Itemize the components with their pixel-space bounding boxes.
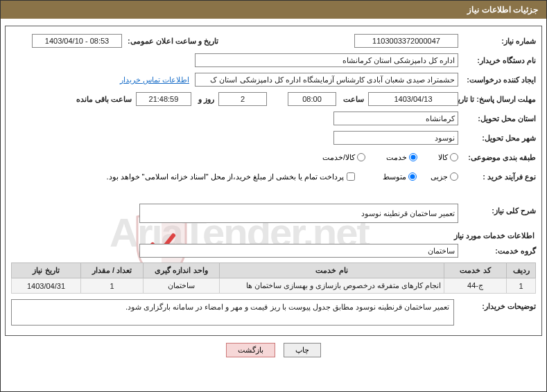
- th-qty: تعداد / مقدار: [81, 263, 144, 278]
- table-row: 1 ج-44 انجام کارهای متفرقه درخصوص بازساز…: [12, 278, 536, 294]
- buyer-notes-label: توضیحات خریدار:: [458, 299, 536, 311]
- cat-both-radio[interactable]: کالا/خدمت: [322, 153, 365, 162]
- org-name-field: اداره کل دامپزشکی استان کرمانشاه: [195, 53, 458, 67]
- back-button[interactable]: بازگشت: [226, 343, 275, 357]
- svc-section-title: اطلاعات خدمات مورد نیاز: [11, 227, 536, 243]
- treasury-checkbox[interactable]: پرداخت تمام یا بخشی از مبلغ خرید،از محل …: [106, 172, 355, 181]
- deadline-date-field: 1403/04/13: [368, 92, 458, 106]
- cat-service-label: خدمت: [386, 153, 407, 162]
- page-title: جزئیات اطلاعات نیاز: [467, 5, 538, 15]
- org-name-label: نام دستگاه خریدار:: [458, 56, 536, 65]
- th-unit: واحد اندازه گیری: [144, 263, 220, 278]
- deadline-label: مهلت ارسال پاسخ: تا تاریخ:: [458, 95, 536, 104]
- cat-both-label: کالا/خدمت: [322, 153, 355, 162]
- city-label: شهر محل تحویل:: [458, 134, 536, 143]
- main-desc-field: تعمیر ساختمان قرنطینه نوسود: [139, 204, 458, 223]
- page-header: جزئیات اطلاعات نیاز: [1, 1, 546, 19]
- need-no-label: شماره نیاز:: [458, 37, 536, 46]
- days-and-label: روز و: [196, 95, 214, 104]
- treasury-label: پرداخت تمام یا بخشی از مبلغ خرید،از محل …: [106, 172, 344, 181]
- category-label: طبقه بندی موضوعی:: [458, 153, 536, 162]
- requester-field: حشمتراد صیدی شعبان آبادی کارشناس آزمایشگ…: [195, 73, 458, 87]
- deadline-hour-field: 08:00: [288, 92, 336, 106]
- print-button[interactable]: چاپ: [284, 343, 321, 357]
- cell-name: انجام کارهای متفرقه درخصوص بازسازی و بهس…: [220, 278, 444, 294]
- th-idx: ردیف: [507, 263, 536, 278]
- th-code: کد خدمت: [444, 263, 507, 278]
- cell-date: 1403/04/31: [12, 278, 81, 294]
- province-field: کرمانشاه: [333, 112, 458, 125]
- remaining-label: ساعت باقی مانده: [73, 95, 132, 104]
- cell-qty: 1: [81, 278, 144, 294]
- contact-link[interactable]: اطلاعات تماس خریدار: [120, 75, 189, 84]
- th-name: نام خدمت: [220, 263, 444, 278]
- main-desc-label: شرح کلی نیاز:: [458, 204, 536, 215]
- cat-service-radio[interactable]: خدمت: [386, 153, 417, 162]
- hour-label: ساعت: [340, 95, 364, 104]
- purchase-type-label: نوع فرآیند خرید :: [458, 172, 536, 181]
- days-left-field: 2: [218, 92, 267, 106]
- cat-goods-radio[interactable]: کالا: [438, 153, 458, 162]
- need-no-field: 1103003372000047: [354, 34, 458, 48]
- pt-medium-label: متوسط: [383, 172, 406, 181]
- table-header-row: ردیف کد خدمت نام خدمت واحد اندازه گیری ت…: [12, 263, 536, 278]
- pt-minor-label: جزیی: [431, 172, 448, 181]
- cell-idx: 1: [507, 278, 536, 294]
- pt-medium-radio[interactable]: متوسط: [383, 172, 417, 181]
- service-table: ردیف کد خدمت نام خدمت واحد اندازه گیری ت…: [11, 262, 536, 294]
- requester-label: ایجاد کننده درخواست:: [458, 75, 536, 84]
- announce-dt-label: تاریخ و ساعت اعلان عمومی:: [125, 37, 218, 46]
- province-label: استان محل تحویل:: [458, 114, 536, 123]
- cell-unit: ساختمان: [144, 278, 220, 294]
- svc-group-label: گروه خدمت:: [458, 247, 536, 256]
- announce-dt-field: 1403/04/10 - 08:53: [32, 34, 122, 48]
- time-left-field: 21:48:59: [136, 92, 191, 106]
- svc-group-field: ساختمان: [139, 244, 458, 258]
- buyer-notes-field: تعمیر ساختمان قرنطینه نوسود مطابق جدول پ…: [11, 299, 454, 326]
- th-date: تاریخ نیاز: [12, 263, 81, 278]
- city-field: نوسود: [333, 131, 458, 145]
- cell-code: ج-44: [444, 278, 507, 294]
- cat-goods-label: کالا: [438, 153, 448, 162]
- pt-minor-radio[interactable]: جزیی: [431, 172, 458, 181]
